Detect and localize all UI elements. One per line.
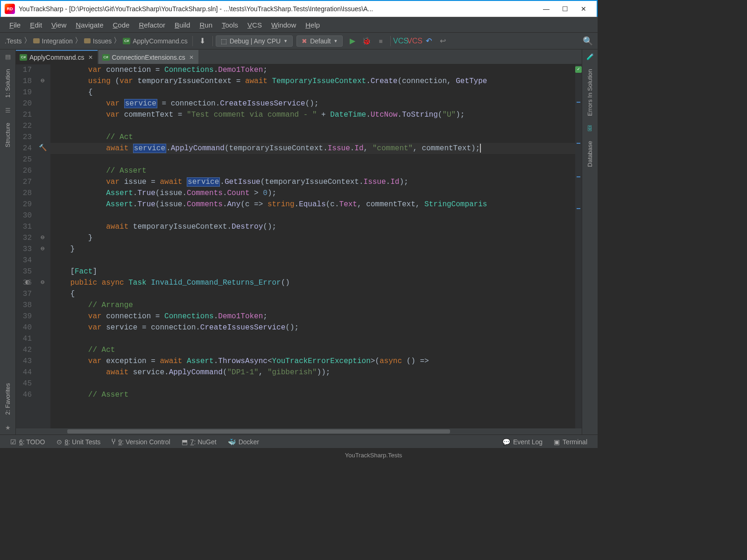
code-line[interactable]: await service.ApplyCommand(temporaryIssu… — [50, 143, 575, 154]
minimize-button[interactable]: — — [537, 2, 556, 15]
code-line[interactable]: var exception = await Assert.ThrowsAsync… — [50, 356, 575, 367]
code-line[interactable]: // Assert — [50, 165, 575, 176]
toolwin-tab-9--version-control[interactable]: Ⴤ9: Version Control — [106, 438, 176, 446]
code-line[interactable]: var service = connection.CreateIssuesSer… — [50, 322, 575, 333]
vcs-update-icon[interactable]: VCS — [395, 35, 407, 47]
menu-view[interactable]: View — [47, 19, 71, 31]
breadcrumb-issues[interactable]: Issues — [82, 37, 113, 45]
code-line[interactable]: { — [50, 288, 575, 300]
code-line[interactable]: await temporaryIssueContext.Destroy(); — [50, 221, 575, 232]
menu-run[interactable]: Run — [195, 19, 217, 31]
toolwin-tab-docker[interactable]: 🐳Docker — [222, 438, 265, 446]
error-stripe[interactable]: ✓ — [575, 64, 582, 428]
code-line[interactable]: await service.ApplyCommand("DP1-1", "gib… — [50, 367, 575, 378]
fold-icon[interactable]: ⊖ — [38, 245, 47, 253]
search-everywhere-icon[interactable]: 🔍 — [582, 35, 594, 47]
code-line[interactable]: // Act — [50, 344, 575, 356]
fold-icon[interactable]: ⊖ — [38, 233, 47, 242]
code-line[interactable]: // Assert — [50, 389, 575, 400]
code-line[interactable]: var connection = Connections.Demo1Token; — [50, 64, 575, 76]
line-number: 26 — [16, 165, 32, 176]
solution-toolwin-icon[interactable]: ▤ — [4, 52, 12, 61]
database-toolwin-icon[interactable]: 🗄 — [586, 124, 594, 133]
editor-tab-applycommand-cs[interactable]: C#ApplyCommand.cs✕ — [16, 50, 98, 64]
code-line[interactable]: } — [50, 232, 575, 244]
debug-button[interactable]: 🐞 — [360, 35, 373, 47]
database-tab[interactable]: Database — [585, 135, 595, 173]
editor-tab-connectionextensions-cs[interactable]: C#ConnectionExtensions.cs✕ — [99, 50, 198, 64]
menu-edit[interactable]: Edit — [25, 19, 47, 31]
errors-tab[interactable]: Errors In Solution — [585, 63, 595, 121]
menu-window[interactable]: Window — [267, 19, 301, 31]
build-marker-icon[interactable]: 🔨 — [38, 144, 47, 152]
menu-code[interactable]: Code — [108, 19, 134, 31]
code-line[interactable]: // Arrange — [50, 300, 575, 311]
close-button[interactable]: ✕ — [574, 2, 593, 15]
toolwin-tab-7--nuget[interactable]: ⬒7: NuGet — [176, 438, 222, 446]
toolwin-tab-6--todo[interactable]: ☑6: TODO — [5, 438, 51, 446]
fold-icon[interactable]: ⊖ — [38, 278, 47, 287]
menu-help[interactable]: Help — [301, 19, 324, 31]
code-line[interactable]: var commentText = "Test comment via comm… — [50, 109, 575, 120]
menu-file[interactable]: File — [5, 19, 25, 31]
code-line[interactable] — [50, 120, 575, 132]
code-area[interactable]: 1718192021222324252627282930313233343536… — [16, 64, 582, 428]
build-config-dropdown[interactable]: ⬚Debug | Any CPU▼ — [216, 35, 293, 47]
inspection-ok-icon: ✓ — [575, 66, 582, 73]
favorites-tab[interactable]: 2: Favorites — [2, 378, 13, 420]
code-line[interactable]: var service = connection.CreateIssuesSer… — [50, 98, 575, 109]
code-line[interactable]: } — [50, 244, 575, 255]
code-line[interactable]: var connection = Connections.Demo1Token; — [50, 311, 575, 322]
structure-tab[interactable]: Structure — [2, 117, 13, 153]
code-line[interactable]: // Act — [50, 132, 575, 143]
run-config-dropdown[interactable]: ✖Default▼ — [296, 35, 343, 47]
menu-refactor[interactable]: Refactor — [134, 19, 170, 31]
build-icon[interactable]: ⬇ — [197, 35, 209, 47]
code-line[interactable]: Assert.True(issue.Comments.Count > 0); — [50, 188, 575, 199]
code-line[interactable]: var issue = await service.GetIssue(tempo… — [50, 176, 575, 188]
close-tab-icon[interactable]: ✕ — [88, 54, 93, 61]
code-content[interactable]: var connection = Connections.Demo1Token;… — [50, 64, 575, 428]
toolwin-tab-8--unit-tests[interactable]: ⊙8: Unit Tests — [51, 438, 106, 446]
toolwin-tab-event-log[interactable]: 💬Event Log — [497, 438, 548, 446]
line-number-gutter: 1718192021222324252627282930313233343536… — [16, 64, 35, 428]
maximize-button[interactable]: ☐ — [556, 2, 574, 15]
run-button[interactable]: ▶ — [346, 35, 359, 47]
solution-tab[interactable]: 1: Solution — [2, 63, 13, 103]
fold-icon[interactable]: ⊖ — [38, 77, 47, 85]
breadcrumb--tests[interactable]: .Tests — [3, 37, 24, 45]
undo-icon[interactable]: ↩ — [437, 35, 449, 47]
toolwin-icon: Ⴤ — [112, 438, 115, 446]
code-line[interactable]: { — [50, 87, 575, 98]
code-line[interactable] — [50, 210, 575, 221]
code-line[interactable]: [Fact] — [50, 266, 575, 277]
breadcrumb-integration[interactable]: Integration — [31, 37, 75, 45]
code-line[interactable]: public async Task Invalid_Command_Return… — [50, 277, 575, 288]
code-line[interactable] — [50, 255, 575, 266]
menu-vcs[interactable]: VCS — [243, 19, 267, 31]
line-number: 28 — [16, 188, 32, 199]
line-number: 21 — [16, 109, 32, 120]
line-number: 46 — [16, 389, 32, 400]
code-line[interactable] — [50, 378, 575, 389]
stop-button[interactable]: ■ — [374, 35, 387, 47]
toolwin-tab-terminal[interactable]: ▣Terminal — [548, 438, 593, 446]
favorites-icon[interactable]: ★ — [4, 423, 12, 432]
breadcrumb-applycommand-cs[interactable]: C#ApplyCommand.cs — [121, 37, 190, 45]
line-number: 30 — [16, 210, 32, 221]
structure-toolwin-icon[interactable]: ☰ — [4, 106, 12, 114]
menu-build[interactable]: Build — [170, 19, 195, 31]
history-icon[interactable]: ↶ — [423, 35, 435, 47]
vcs-commit-icon[interactable]: VCS — [409, 35, 421, 47]
menu-navigate[interactable]: Navigate — [71, 19, 108, 31]
code-line[interactable] — [50, 154, 575, 165]
code-line[interactable]: using (var temporaryIssueContext = await… — [50, 76, 575, 87]
code-line[interactable] — [50, 333, 575, 344]
menu-tools[interactable]: Tools — [217, 19, 243, 31]
close-tab-icon[interactable]: ✕ — [189, 54, 194, 61]
separator — [212, 36, 213, 46]
errors-toolwin-icon[interactable]: 🧪 — [586, 52, 594, 61]
code-line[interactable]: Assert.True(issue.Comments.Any(c => stri… — [50, 199, 575, 210]
line-number: 44 — [16, 367, 32, 378]
horizontal-scrollbar[interactable] — [16, 428, 582, 434]
